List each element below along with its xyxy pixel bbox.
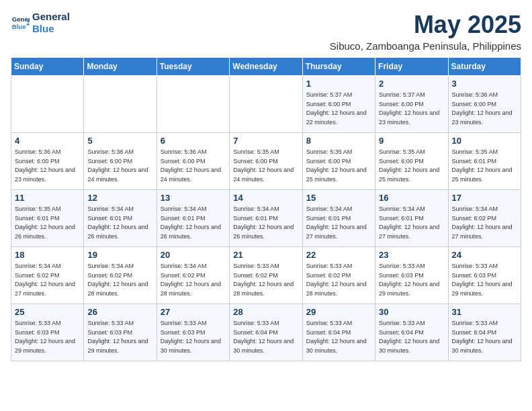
col-tuesday: Tuesday bbox=[157, 58, 229, 76]
day-info: Sunrise: 5:36 AMSunset: 6:00 PMDaylight:… bbox=[15, 148, 80, 184]
cell-week3-day1: 12Sunrise: 5:34 AMSunset: 6:01 PMDayligh… bbox=[84, 190, 157, 247]
week-row-3: 11Sunrise: 5:35 AMSunset: 6:01 PMDayligh… bbox=[11, 190, 521, 247]
week-row-1: 1Sunrise: 5:37 AMSunset: 6:00 PMDaylight… bbox=[11, 76, 521, 133]
col-thursday: Thursday bbox=[302, 58, 375, 76]
col-sunday: Sunday bbox=[11, 58, 84, 76]
cell-week2-day4: 8Sunrise: 5:35 AMSunset: 6:00 PMDaylight… bbox=[302, 133, 375, 190]
cell-week1-day6: 3Sunrise: 5:36 AMSunset: 6:00 PMDaylight… bbox=[448, 76, 521, 133]
day-number: 14 bbox=[233, 193, 298, 203]
day-number: 28 bbox=[233, 307, 298, 317]
title-block: May 2025 Sibuco, Zamboanga Peninsula, Ph… bbox=[330, 11, 521, 52]
day-number: 24 bbox=[452, 250, 517, 260]
day-number: 31 bbox=[452, 307, 517, 317]
day-number: 8 bbox=[306, 136, 371, 146]
logo: General Blue General Blue bbox=[11, 11, 70, 35]
col-wednesday: Wednesday bbox=[230, 58, 302, 76]
col-friday: Friday bbox=[375, 58, 448, 76]
cell-week2-day5: 9Sunrise: 5:35 AMSunset: 6:00 PMDaylight… bbox=[375, 133, 448, 190]
day-info: Sunrise: 5:33 AMSunset: 6:04 PMDaylight:… bbox=[379, 319, 444, 355]
day-number: 3 bbox=[452, 79, 517, 89]
day-info: Sunrise: 5:33 AMSunset: 6:03 PMDaylight:… bbox=[452, 262, 517, 298]
day-number: 11 bbox=[15, 193, 80, 203]
day-number: 30 bbox=[379, 307, 444, 317]
cell-week5-day4: 29Sunrise: 5:33 AMSunset: 6:04 PMDayligh… bbox=[302, 304, 375, 361]
cell-week4-day2: 20Sunrise: 5:34 AMSunset: 6:02 PMDayligh… bbox=[157, 247, 229, 304]
day-number: 23 bbox=[379, 250, 444, 260]
day-number: 13 bbox=[161, 193, 226, 203]
day-info: Sunrise: 5:36 AMSunset: 6:00 PMDaylight:… bbox=[161, 148, 226, 184]
day-number: 20 bbox=[161, 250, 226, 260]
day-number: 6 bbox=[161, 136, 226, 146]
day-info: Sunrise: 5:33 AMSunset: 6:03 PMDaylight:… bbox=[161, 319, 226, 355]
day-number: 27 bbox=[161, 307, 226, 317]
day-number: 9 bbox=[379, 136, 444, 146]
cell-week3-day3: 14Sunrise: 5:34 AMSunset: 6:01 PMDayligh… bbox=[230, 190, 302, 247]
cell-week2-day6: 10Sunrise: 5:35 AMSunset: 6:01 PMDayligh… bbox=[448, 133, 521, 190]
day-number: 4 bbox=[15, 136, 80, 146]
day-number: 21 bbox=[233, 250, 298, 260]
cell-week1-day0 bbox=[11, 76, 84, 133]
cell-week5-day3: 28Sunrise: 5:33 AMSunset: 6:04 PMDayligh… bbox=[230, 304, 302, 361]
day-info: Sunrise: 5:33 AMSunset: 6:04 PMDaylight:… bbox=[306, 319, 371, 355]
cell-week3-day5: 16Sunrise: 5:34 AMSunset: 6:01 PMDayligh… bbox=[375, 190, 448, 247]
month-title: May 2025 bbox=[330, 11, 521, 39]
cell-week4-day6: 24Sunrise: 5:33 AMSunset: 6:03 PMDayligh… bbox=[448, 247, 521, 304]
day-info: Sunrise: 5:37 AMSunset: 6:00 PMDaylight:… bbox=[306, 91, 371, 127]
header-row: Sunday Monday Tuesday Wednesday Thursday… bbox=[11, 58, 521, 76]
day-number: 12 bbox=[87, 193, 152, 203]
week-row-2: 4Sunrise: 5:36 AMSunset: 6:00 PMDaylight… bbox=[11, 133, 521, 190]
cell-week3-day2: 13Sunrise: 5:34 AMSunset: 6:01 PMDayligh… bbox=[157, 190, 229, 247]
cell-week5-day1: 26Sunrise: 5:33 AMSunset: 6:03 PMDayligh… bbox=[84, 304, 157, 361]
cell-week2-day0: 4Sunrise: 5:36 AMSunset: 6:00 PMDaylight… bbox=[11, 133, 84, 190]
cell-week1-day4: 1Sunrise: 5:37 AMSunset: 6:00 PMDaylight… bbox=[302, 76, 375, 133]
col-monday: Monday bbox=[84, 58, 157, 76]
day-number: 25 bbox=[15, 307, 80, 317]
day-info: Sunrise: 5:34 AMSunset: 6:02 PMDaylight:… bbox=[452, 205, 517, 241]
logo-icon: General Blue bbox=[11, 13, 30, 32]
logo-line2: Blue bbox=[32, 23, 70, 35]
cell-week2-day2: 6Sunrise: 5:36 AMSunset: 6:00 PMDaylight… bbox=[157, 133, 229, 190]
week-row-4: 18Sunrise: 5:34 AMSunset: 6:02 PMDayligh… bbox=[11, 247, 521, 304]
cell-week5-day2: 27Sunrise: 5:33 AMSunset: 6:03 PMDayligh… bbox=[157, 304, 229, 361]
day-info: Sunrise: 5:33 AMSunset: 6:03 PMDaylight:… bbox=[15, 319, 80, 355]
day-info: Sunrise: 5:35 AMSunset: 6:00 PMDaylight:… bbox=[233, 148, 298, 184]
day-number: 16 bbox=[379, 193, 444, 203]
cell-week5-day6: 31Sunrise: 5:33 AMSunset: 6:04 PMDayligh… bbox=[448, 304, 521, 361]
day-number: 18 bbox=[15, 250, 80, 260]
day-number: 10 bbox=[452, 136, 517, 146]
day-info: Sunrise: 5:37 AMSunset: 6:00 PMDaylight:… bbox=[379, 91, 444, 127]
day-info: Sunrise: 5:36 AMSunset: 6:00 PMDaylight:… bbox=[452, 91, 517, 127]
day-info: Sunrise: 5:35 AMSunset: 6:00 PMDaylight:… bbox=[379, 148, 444, 184]
day-number: 29 bbox=[306, 307, 371, 317]
day-info: Sunrise: 5:33 AMSunset: 6:04 PMDaylight:… bbox=[233, 319, 298, 355]
day-info: Sunrise: 5:35 AMSunset: 6:01 PMDaylight:… bbox=[452, 148, 517, 184]
cell-week4-day5: 23Sunrise: 5:33 AMSunset: 6:03 PMDayligh… bbox=[375, 247, 448, 304]
cell-week3-day0: 11Sunrise: 5:35 AMSunset: 6:01 PMDayligh… bbox=[11, 190, 84, 247]
day-info: Sunrise: 5:34 AMSunset: 6:01 PMDaylight:… bbox=[306, 205, 371, 241]
day-info: Sunrise: 5:33 AMSunset: 6:02 PMDaylight:… bbox=[233, 262, 298, 298]
calendar-table: Sunday Monday Tuesday Wednesday Thursday… bbox=[11, 57, 521, 361]
day-info: Sunrise: 5:34 AMSunset: 6:01 PMDaylight:… bbox=[233, 205, 298, 241]
cell-week4-day1: 19Sunrise: 5:34 AMSunset: 6:02 PMDayligh… bbox=[84, 247, 157, 304]
day-number: 22 bbox=[306, 250, 371, 260]
day-number: 1 bbox=[306, 79, 371, 89]
cell-week5-day0: 25Sunrise: 5:33 AMSunset: 6:03 PMDayligh… bbox=[11, 304, 84, 361]
day-info: Sunrise: 5:36 AMSunset: 6:00 PMDaylight:… bbox=[87, 148, 152, 184]
day-info: Sunrise: 5:33 AMSunset: 6:02 PMDaylight:… bbox=[306, 262, 371, 298]
page-header: General Blue General Blue May 2025 Sibuc… bbox=[11, 11, 521, 52]
day-info: Sunrise: 5:34 AMSunset: 6:01 PMDaylight:… bbox=[161, 205, 226, 241]
day-number: 2 bbox=[379, 79, 444, 89]
day-info: Sunrise: 5:35 AMSunset: 6:01 PMDaylight:… bbox=[15, 205, 80, 241]
day-info: Sunrise: 5:34 AMSunset: 6:02 PMDaylight:… bbox=[161, 262, 226, 298]
cell-week2-day1: 5Sunrise: 5:36 AMSunset: 6:00 PMDaylight… bbox=[84, 133, 157, 190]
day-info: Sunrise: 5:33 AMSunset: 6:03 PMDaylight:… bbox=[379, 262, 444, 298]
calendar-body: 1Sunrise: 5:37 AMSunset: 6:00 PMDaylight… bbox=[11, 76, 521, 361]
week-row-5: 25Sunrise: 5:33 AMSunset: 6:03 PMDayligh… bbox=[11, 304, 521, 361]
svg-text:Blue: Blue bbox=[12, 23, 26, 30]
cell-week5-day5: 30Sunrise: 5:33 AMSunset: 6:04 PMDayligh… bbox=[375, 304, 448, 361]
day-info: Sunrise: 5:34 AMSunset: 6:02 PMDaylight:… bbox=[87, 262, 152, 298]
day-number: 15 bbox=[306, 193, 371, 203]
day-number: 7 bbox=[233, 136, 298, 146]
calendar-header: Sunday Monday Tuesday Wednesday Thursday… bbox=[11, 58, 521, 76]
day-info: Sunrise: 5:33 AMSunset: 6:04 PMDaylight:… bbox=[452, 319, 517, 355]
